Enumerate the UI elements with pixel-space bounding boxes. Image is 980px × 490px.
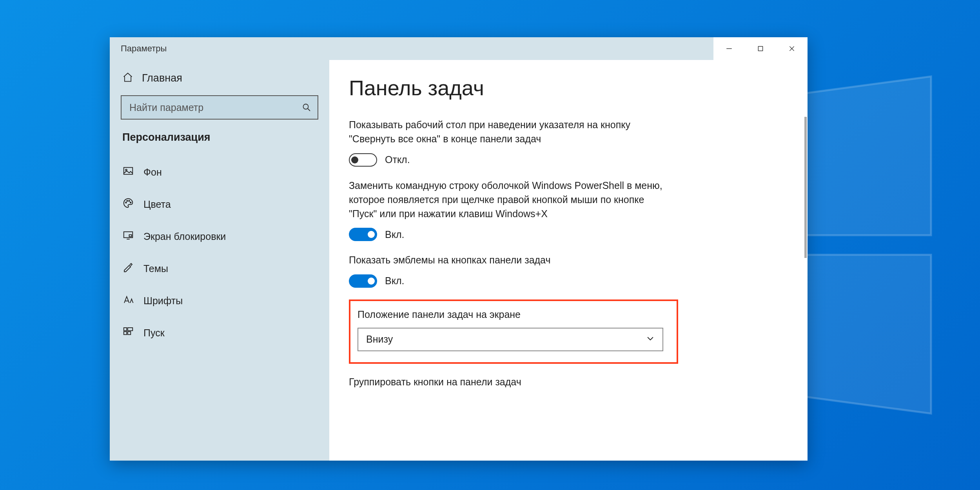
svg-rect-22 [124, 332, 127, 335]
search-icon [302, 103, 311, 112]
taskbar-position-highlight: Положение панели задач на экране Внизу [349, 299, 678, 364]
svg-point-13 [127, 200, 128, 201]
lockscreen-icon [122, 229, 134, 243]
window-controls [713, 37, 808, 60]
sidebar: Главная Персонализация Фон Цвета [110, 60, 329, 461]
svg-rect-17 [129, 235, 132, 237]
sidebar-item-lockscreen[interactable]: Экран блокировки [110, 220, 329, 252]
dropdown-value: Внизу [366, 334, 393, 345]
settings-window: Параметры Главная [110, 37, 808, 461]
sidebar-item-start[interactable]: Пуск [110, 317, 329, 349]
toggle-peek-desktop[interactable] [349, 153, 377, 167]
svg-line-9 [308, 109, 310, 111]
themes-icon [122, 261, 134, 276]
start-icon [122, 326, 134, 340]
setting-peek-desktop: Показывать рабочий стол при наведении ук… [349, 118, 666, 167]
sidebar-item-background[interactable]: Фон [110, 156, 329, 188]
toggle-badges[interactable] [349, 274, 377, 288]
search-input[interactable] [121, 95, 318, 120]
setting-desc: Группировать кнопки на панели задач [349, 375, 666, 389]
home-label: Главная [142, 72, 182, 84]
svg-point-8 [303, 104, 309, 109]
sidebar-item-colors[interactable]: Цвета [110, 188, 329, 220]
setting-desc: Положение панели задач на экране [358, 307, 670, 321]
sidebar-item-fonts[interactable]: Шрифты [110, 285, 329, 317]
svg-point-14 [129, 200, 130, 201]
image-icon [122, 165, 134, 179]
sidebar-item-themes[interactable]: Темы [110, 252, 329, 285]
svg-rect-21 [128, 328, 133, 331]
scrollbar-thumb[interactable] [804, 117, 807, 258]
minimize-button[interactable] [713, 37, 745, 60]
toggle-state-label: Вкл. [385, 229, 404, 240]
setting-desc: Заменить командную строку оболочкой Wind… [349, 178, 666, 221]
sidebar-item-label: Цвета [143, 199, 171, 210]
toggle-powershell[interactable] [349, 228, 377, 241]
setting-powershell: Заменить командную строку оболочкой Wind… [349, 178, 666, 241]
titlebar: Параметры [110, 37, 808, 60]
sidebar-item-label: Экран блокировки [143, 231, 226, 242]
taskbar-position-dropdown[interactable]: Внизу [358, 328, 663, 351]
chevron-down-icon [646, 334, 655, 345]
window-title: Параметры [110, 44, 167, 54]
search-wrap [121, 95, 318, 120]
palette-icon [122, 197, 134, 211]
home-icon [122, 72, 133, 84]
setting-desc: Показать эмблемы на кнопках панели задач [349, 253, 666, 267]
sidebar-item-label: Шрифты [143, 295, 183, 307]
close-button[interactable] [776, 37, 808, 60]
svg-rect-23 [128, 332, 131, 335]
nav-list: Фон Цвета Экран блокировки Темы Шрифты [110, 156, 329, 349]
maximize-button[interactable] [745, 37, 776, 60]
section-label: Персонализация [110, 131, 329, 151]
svg-point-11 [125, 169, 127, 171]
setting-badges: Показать эмблемы на кнопках панели задач… [349, 253, 666, 287]
content-area: Панель задач Показывать рабочий стол при… [329, 60, 808, 461]
toggle-state-label: Откл. [385, 154, 410, 165]
setting-desc: Показывать рабочий стол при наведении ук… [349, 118, 666, 146]
svg-point-15 [130, 202, 131, 203]
svg-rect-20 [124, 328, 127, 331]
fonts-icon [122, 294, 134, 308]
svg-point-12 [125, 202, 127, 203]
sidebar-item-label: Пуск [143, 327, 165, 339]
page-title: Панель задач [349, 76, 796, 100]
svg-rect-10 [124, 167, 133, 174]
sidebar-item-label: Темы [143, 263, 168, 274]
toggle-state-label: Вкл. [385, 275, 404, 287]
sidebar-item-label: Фон [143, 167, 162, 178]
svg-rect-5 [758, 46, 762, 51]
sidebar-home[interactable]: Главная [110, 72, 329, 95]
setting-grouping: Группировать кнопки на панели задач [349, 375, 666, 389]
